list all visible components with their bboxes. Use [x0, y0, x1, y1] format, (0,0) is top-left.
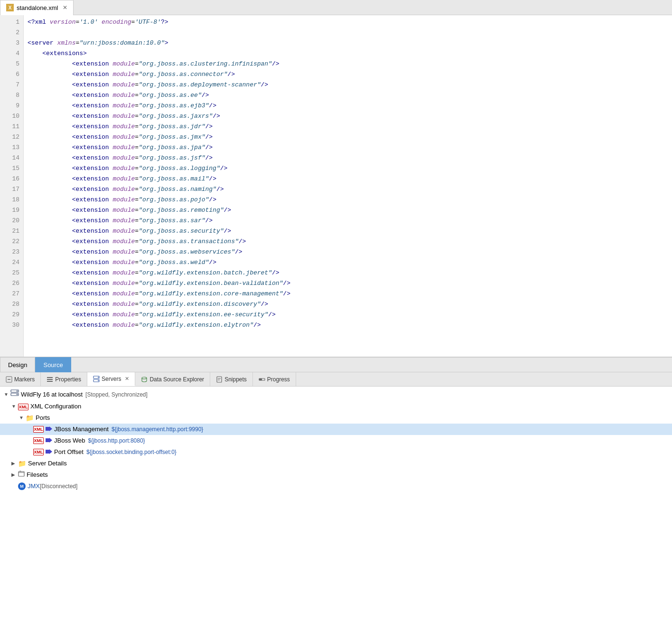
properties-tab-label: Properties	[55, 376, 81, 383]
servers-close-icon[interactable]: ✕	[125, 376, 129, 382]
markers-icon	[6, 376, 12, 383]
filesets-icon	[18, 470, 25, 480]
expand-arrow-details[interactable]: ▶	[11, 459, 17, 468]
svg-marker-19	[46, 426, 52, 431]
expand-arrow-xml[interactable]: ▼	[11, 402, 17, 411]
jboss-web-xml-icon: XML	[33, 437, 44, 444]
port-offset-xml-icon: XML	[33, 449, 44, 455]
jboss-web-item[interactable]: ▶ XML JBoss Web ${jboss.http.port:8080}	[0, 435, 672, 446]
expand-arrow-filesets[interactable]: ▶	[11, 470, 17, 480]
server-details-folder-icon: 📁	[18, 459, 26, 468]
tab-servers[interactable]: Servers ✕	[87, 372, 135, 386]
tab-design[interactable]: Design	[0, 357, 35, 372]
expand-arrow-ports[interactable]: ▼	[19, 413, 25, 423]
svg-rect-4	[47, 381, 53, 382]
jboss-management-port: ${jboss.management.http.port:9990}	[112, 425, 203, 434]
design-source-tab-bar: Design Source	[0, 357, 672, 372]
servers-icon	[93, 376, 100, 382]
svg-marker-21	[46, 449, 52, 454]
svg-rect-2	[47, 377, 53, 378]
wildfly-server-status: [Stopped, Synchronized]	[85, 390, 148, 399]
port-offset-label: Port Offset	[54, 447, 84, 457]
jmx-icon: M	[18, 482, 26, 490]
tab-source[interactable]: Source	[35, 357, 71, 372]
tab-data-source[interactable]: Data Source Explorer	[135, 372, 210, 386]
xml-file-icon: X	[6, 4, 14, 11]
wildfly-server-label: WildFly 16 at localhost	[21, 390, 83, 399]
code-text[interactable]: <?xml version='1.0' encoding='UTF-8'?> <…	[24, 15, 672, 357]
arrow-right-web	[46, 436, 52, 445]
svg-point-7	[98, 377, 99, 378]
tab-markers[interactable]: Markers	[0, 372, 41, 386]
arrow-right-management	[46, 425, 52, 434]
servers-tab-label: Servers	[102, 376, 121, 382]
properties-icon	[47, 376, 53, 383]
jmx-state: [Disconnected]	[40, 482, 77, 491]
jboss-web-port: ${jboss.http.port:8080}	[88, 436, 145, 445]
ports-item[interactable]: ▼ 📁 Ports	[0, 412, 672, 424]
markers-tab-label: Markers	[14, 376, 35, 383]
design-tab-label: Design	[8, 361, 27, 369]
jboss-management-label: JBoss Management	[54, 425, 109, 434]
svg-marker-20	[46, 438, 52, 443]
editor-tab-bar: X standalone.xml ✕	[0, 0, 672, 15]
wildfly-server-item[interactable]: ▼ WildFly 16 at localhost [Stopped, Sync…	[0, 388, 672, 401]
svg-rect-3	[47, 379, 53, 380]
ports-folder-icon: 📁	[26, 413, 34, 423]
port-offset-item[interactable]: ▶ XML Port Offset ${jboss.socket.binding…	[0, 446, 672, 458]
tab-progress[interactable]: Progress	[253, 372, 296, 386]
progress-tab-label: Progress	[267, 376, 290, 383]
progress-icon	[259, 376, 265, 383]
tab-snippets[interactable]: Snippets	[210, 372, 253, 386]
svg-point-8	[98, 380, 99, 381]
jmx-label: JMX	[28, 482, 40, 491]
server-details-item[interactable]: ▶ 📁 Server Details	[0, 458, 672, 469]
xml-config-icon: XML	[18, 402, 30, 411]
filesets-item[interactable]: ▶ Filesets	[0, 469, 672, 481]
xml-config-label: XML Configuration	[30, 402, 81, 411]
svg-point-18	[17, 394, 18, 395]
code-editor: 1 2 3 4 5 6 7 8 9 10 11 12 13 14 15 16 1…	[0, 15, 672, 357]
expand-arrow-wildfly[interactable]: ▼	[4, 390, 9, 399]
server-details-label: Server Details	[28, 459, 67, 468]
ports-label: Ports	[36, 413, 50, 423]
data-source-tab-label: Data Source Explorer	[149, 376, 204, 383]
svg-rect-10	[217, 377, 222, 382]
tab-close-button[interactable]: ✕	[63, 4, 67, 11]
jmx-item[interactable]: ▶ M JMX[Disconnected]	[0, 481, 672, 492]
svg-rect-14	[259, 378, 262, 380]
svg-point-17	[17, 390, 18, 391]
source-tab-label: Source	[43, 361, 63, 369]
snippets-icon	[216, 376, 223, 383]
snippets-tab-label: Snippets	[224, 376, 247, 383]
port-offset-val: ${jboss.socket.binding.port-offset:0}	[86, 447, 177, 457]
data-source-icon	[141, 376, 148, 383]
arrow-right-offset	[46, 447, 52, 457]
filesets-label: Filesets	[27, 470, 48, 480]
line-numbers: 1 2 3 4 5 6 7 8 9 10 11 12 13 14 15 16 1…	[0, 15, 24, 357]
jboss-management-xml-icon: XML	[33, 426, 44, 433]
editor-tab-standalone[interactable]: X standalone.xml ✕	[0, 0, 74, 15]
wildfly-server-icon	[10, 389, 19, 400]
server-tree: ▼ WildFly 16 at localhost [Stopped, Sync…	[0, 387, 672, 494]
panel-tab-bar: Markers Properties Servers ✕ Data Source…	[0, 372, 672, 387]
server-panel: ▼ WildFly 16 at localhost [Stopped, Sync…	[0, 387, 672, 494]
jboss-web-label: JBoss Web	[54, 436, 85, 445]
svg-point-9	[142, 377, 147, 379]
jboss-management-item[interactable]: ▶ XML JBoss Management ${jboss.managemen…	[0, 424, 672, 435]
tab-properties[interactable]: Properties	[41, 372, 87, 386]
xml-config-item[interactable]: ▼ XML XML Configuration	[0, 401, 672, 412]
editor-tab-label: standalone.xml	[17, 4, 58, 11]
